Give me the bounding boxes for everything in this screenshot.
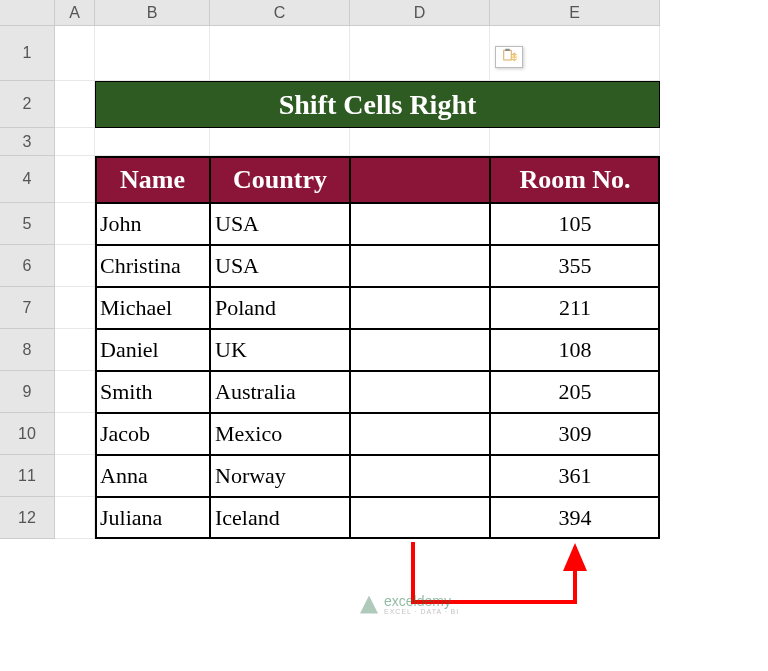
cell-blank[interactable]	[350, 455, 490, 497]
row-header-5[interactable]: 5	[0, 203, 55, 245]
cell-country[interactable]: USA	[210, 245, 350, 287]
cell[interactable]	[55, 26, 95, 81]
cell-room[interactable]: 211	[490, 287, 660, 329]
svg-rect-0	[504, 50, 512, 60]
cell-room[interactable]: 309	[490, 413, 660, 455]
cell-country[interactable]: Australia	[210, 371, 350, 413]
cell[interactable]	[55, 156, 95, 203]
cell-blank[interactable]	[350, 287, 490, 329]
cell-name[interactable]: Smith	[95, 371, 210, 413]
cell[interactable]	[350, 26, 490, 81]
cell[interactable]	[55, 203, 95, 245]
cell-blank[interactable]	[350, 203, 490, 245]
row-header-7[interactable]: 7	[0, 287, 55, 329]
row-header-6[interactable]: 6	[0, 245, 55, 287]
cell-room[interactable]: 108	[490, 329, 660, 371]
row-header-9[interactable]: 9	[0, 371, 55, 413]
title-bar[interactable]: Shift Cells Right	[95, 81, 660, 128]
row-header-4[interactable]: 4	[0, 156, 55, 203]
row-header-10[interactable]: 10	[0, 413, 55, 455]
cell-room[interactable]: 394	[490, 497, 660, 539]
watermark: exceldemy EXCEL · DATA · BI	[360, 594, 459, 615]
select-all-corner[interactable]	[0, 0, 55, 26]
header-country[interactable]: Country	[210, 156, 350, 203]
cell[interactable]	[95, 26, 210, 81]
watermark-text: exceldemy	[384, 594, 459, 608]
cell-country[interactable]: USA	[210, 203, 350, 245]
header-room[interactable]: Room No.	[490, 156, 660, 203]
cell[interactable]	[210, 128, 350, 156]
cell[interactable]	[95, 128, 210, 156]
clipboard-paste-icon	[500, 48, 518, 66]
column-header-E[interactable]: E	[490, 0, 660, 26]
cell-name[interactable]: Michael	[95, 287, 210, 329]
cell[interactable]	[55, 128, 95, 156]
cell[interactable]	[55, 413, 95, 455]
column-headers: ABCDE	[55, 0, 660, 26]
paste-options-icon[interactable]	[495, 46, 523, 68]
header-name[interactable]: Name	[95, 156, 210, 203]
cell-country[interactable]: Norway	[210, 455, 350, 497]
row-header-8[interactable]: 8	[0, 329, 55, 371]
cell-country[interactable]: UK	[210, 329, 350, 371]
row-header-2[interactable]: 2	[0, 81, 55, 128]
cell[interactable]	[55, 287, 95, 329]
cell-country[interactable]: Mexico	[210, 413, 350, 455]
cell-blank[interactable]	[350, 245, 490, 287]
cell[interactable]	[55, 329, 95, 371]
cell[interactable]	[55, 81, 95, 128]
cell[interactable]	[490, 128, 660, 156]
cell[interactable]	[55, 371, 95, 413]
cell[interactable]	[55, 245, 95, 287]
row-header-11[interactable]: 11	[0, 455, 55, 497]
cell[interactable]	[350, 128, 490, 156]
header-blank[interactable]	[350, 156, 490, 203]
cell-room[interactable]: 355	[490, 245, 660, 287]
cell[interactable]	[55, 455, 95, 497]
cell-blank[interactable]	[350, 413, 490, 455]
row-header-1[interactable]: 1	[0, 26, 55, 81]
cell-room[interactable]: 361	[490, 455, 660, 497]
cell-name[interactable]: Jacob	[95, 413, 210, 455]
cell-name[interactable]: Anna	[95, 455, 210, 497]
row-header-3[interactable]: 3	[0, 128, 55, 156]
row-headers: 123456789101112	[0, 26, 55, 539]
cell-name[interactable]: Daniel	[95, 329, 210, 371]
cell-room[interactable]: 205	[490, 371, 660, 413]
column-header-A[interactable]: A	[55, 0, 95, 26]
cell[interactable]	[55, 497, 95, 539]
cell-blank[interactable]	[350, 497, 490, 539]
cell-name[interactable]: John	[95, 203, 210, 245]
watermark-logo-icon	[360, 596, 378, 614]
watermark-subtext: EXCEL · DATA · BI	[384, 608, 459, 615]
column-header-D[interactable]: D	[350, 0, 490, 26]
svg-rect-1	[505, 49, 510, 51]
row-header-12[interactable]: 12	[0, 497, 55, 539]
cell-blank[interactable]	[350, 371, 490, 413]
spreadsheet: ABCDE 123456789101112 Shift Cells RightN…	[0, 0, 768, 671]
column-header-C[interactable]: C	[210, 0, 350, 26]
column-header-B[interactable]: B	[95, 0, 210, 26]
cell-blank[interactable]	[350, 329, 490, 371]
cell-name[interactable]: Juliana	[95, 497, 210, 539]
cell-room[interactable]: 105	[490, 203, 660, 245]
cell-country[interactable]: Iceland	[210, 497, 350, 539]
cell-name[interactable]: Christina	[95, 245, 210, 287]
cell[interactable]	[210, 26, 350, 81]
cell-country[interactable]: Poland	[210, 287, 350, 329]
